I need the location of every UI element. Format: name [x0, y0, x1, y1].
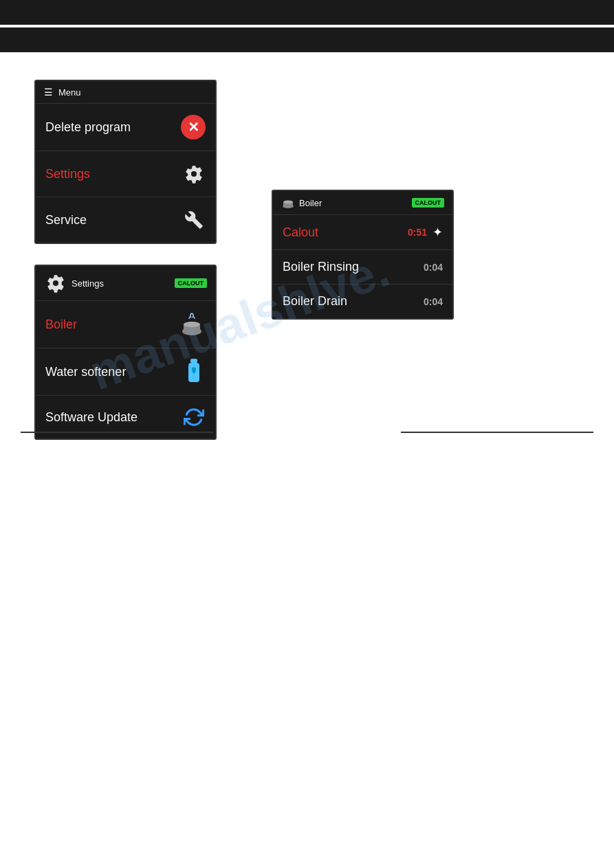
menu-item-settings[interactable]: Settings	[36, 151, 215, 197]
rinsing-time: 0:04	[424, 262, 443, 273]
menu-screen-header: ☰ Menu	[36, 81, 215, 104]
service-wrench-icon	[182, 208, 206, 232]
boiler-item-rinsing[interactable]: Boiler Rinsing 0:04	[273, 250, 452, 285]
boiler-item-calout[interactable]: Calout 0:51 ✦	[273, 215, 452, 250]
delete-program-label: Delete program	[45, 120, 131, 135]
svg-rect-3	[190, 359, 197, 363]
water-softener-icon	[182, 358, 206, 386]
content-area: manualshlve. ☰ Menu Delete program ✕ Set…	[0, 52, 614, 467]
sparkle-icon: ✦	[432, 225, 443, 240]
drain-right: 0:04	[424, 296, 443, 307]
left-screens: ☰ Menu Delete program ✕ Settings	[34, 80, 217, 440]
service-label: Service	[45, 213, 87, 227]
svg-point-2	[184, 322, 200, 327]
boiler-item-drain[interactable]: Boiler Drain 0:04	[273, 285, 452, 318]
boiler-rinsing-label: Boiler Rinsing	[283, 260, 359, 274]
rinsing-right: 0:04	[424, 262, 443, 273]
settings-header-gear-icon	[44, 271, 67, 295]
svg-point-7	[283, 201, 293, 204]
water-softener-label: Water softener	[45, 365, 126, 379]
menu-lines-icon: ☰	[44, 87, 53, 98]
drain-time: 0:04	[424, 296, 443, 307]
settings-screen-header: Settings CALOUT	[36, 266, 215, 301]
calout-right: 0:51 ✦	[408, 225, 443, 240]
delete-program-icon: ✕	[181, 115, 206, 140]
settings-item-water-softener[interactable]: Water softener	[36, 348, 215, 396]
boiler-icon	[178, 311, 206, 338]
boiler-calout-badge: CALOUT	[412, 198, 445, 208]
settings-calout-badge: CALOUT	[175, 278, 208, 288]
boiler-header-icon	[281, 197, 295, 209]
boiler-drain-label: Boiler Drain	[283, 294, 347, 309]
menu-item-delete-program[interactable]: Delete program ✕	[36, 104, 215, 151]
boiler-screen: Boiler CALOUT Calout 0:51 ✦ Boiler Rinsi…	[272, 190, 454, 320]
boiler-screen-header: Boiler CALOUT	[273, 191, 452, 215]
boiler-label: Boiler	[45, 318, 77, 332]
boiler-screen-title: Boiler	[299, 198, 322, 208]
header-bar-1	[0, 0, 614, 25]
settings-label: Settings	[45, 167, 90, 181]
menu-item-service[interactable]: Service	[36, 197, 215, 243]
bottom-lines	[0, 418, 614, 447]
bottom-line-right	[401, 432, 593, 433]
menu-screen: ☰ Menu Delete program ✕ Settings	[34, 80, 217, 244]
settings-header-left: Settings	[44, 271, 104, 295]
calout-time: 0:51	[408, 227, 427, 238]
boiler-header-left: Boiler	[281, 197, 322, 209]
settings-screen-title: Settings	[72, 278, 104, 289]
menu-title: Menu	[58, 87, 81, 98]
header-bar-2	[0, 27, 614, 52]
screens-row: ☰ Menu Delete program ✕ Settings	[34, 80, 593, 440]
bottom-line-left	[21, 432, 213, 433]
settings-gear-icon	[182, 162, 206, 186]
settings-screen: Settings CALOUT Boiler	[34, 265, 217, 440]
calout-label: Calout	[283, 225, 318, 240]
settings-item-boiler[interactable]: Boiler	[36, 301, 215, 348]
